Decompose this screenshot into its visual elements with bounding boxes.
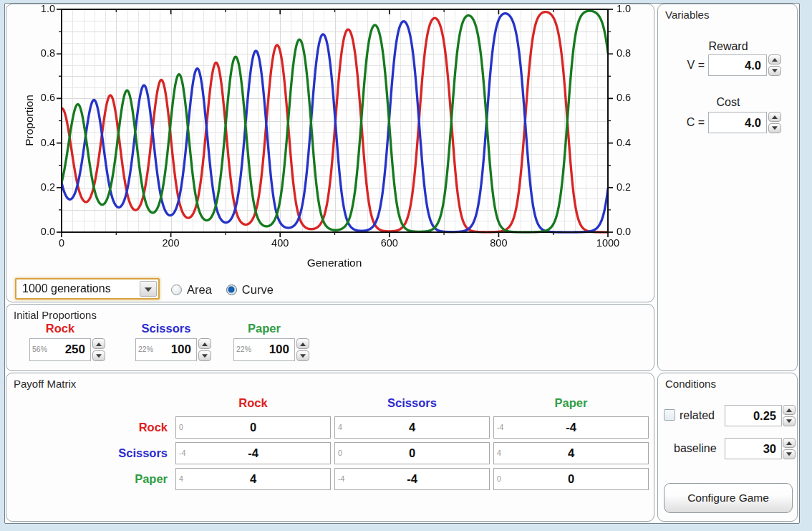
chevron-down-icon (145, 287, 152, 292)
spinner-down-icon[interactable] (768, 123, 781, 133)
payoff-hint: -4 (338, 469, 344, 489)
payoff-hint: 4 (179, 469, 183, 489)
area-radio-label: Area (187, 283, 212, 297)
rock-count-input[interactable]: 25056% (29, 338, 91, 361)
matrix-header-row: Rock Scissors Paper (6, 396, 649, 410)
axis-tick-label: 800 (473, 237, 523, 249)
axis-tick-label: 0.8 (617, 47, 648, 59)
matrix-rowlabel-scissors: Scissors (6, 442, 172, 464)
curve-radio[interactable]: Curve (226, 283, 274, 297)
payoff-cell[interactable]: 44 (334, 416, 490, 439)
payoff-cell[interactable]: 00 (493, 468, 649, 490)
axis-tick-label: 0.6 (617, 92, 648, 103)
duration-select[interactable]: 1000 generations (15, 278, 160, 300)
radio-icon[interactable] (171, 284, 182, 295)
payoff-cell[interactable]: -4-4 (334, 468, 490, 490)
spinner-up-icon[interactable] (296, 338, 309, 349)
reward-input[interactable]: 4.0 (708, 54, 767, 76)
matrix-row-rock: Rock 00 44 -4-4 (6, 416, 649, 439)
view-mode-radio-group: Area Curve (171, 282, 274, 297)
spinner-up-icon[interactable] (783, 405, 796, 415)
axis-tick-label: 1000 (583, 237, 633, 249)
app-root: { "chart_data": { "type": "line", "title… (0, 0, 812, 531)
variables-panel: Variables Reward V = 4.0 Cost C = 4.0 (657, 4, 798, 371)
payoff-cell[interactable]: 00 (334, 442, 490, 464)
reward-spinner (768, 54, 781, 76)
payoff-hint: 0 (179, 417, 183, 438)
spinner-up-icon[interactable] (768, 112, 781, 122)
paper-count-input[interactable]: 10022% (233, 338, 295, 361)
matrix-rowlabel-rock: Rock (6, 416, 172, 439)
paper-percent-label: 22% (236, 338, 251, 360)
matrix-row-paper: Paper 44 -4-4 00 (6, 468, 649, 490)
reward-row: V = 4.0 (662, 54, 781, 76)
payoff-hint: -4 (497, 417, 503, 438)
related-value-input[interactable]: 0.25 (725, 405, 782, 426)
axis-tick-label: 0.8 (11, 47, 55, 59)
matrix-col-scissors: Scissors (334, 396, 490, 410)
payoff-cell[interactable]: 44 (175, 468, 331, 490)
payoff-cell[interactable]: -4-4 (493, 416, 649, 439)
spinner-down-icon[interactable] (783, 416, 796, 426)
spinner-up-icon[interactable] (783, 438, 796, 448)
baseline-label: baseline (674, 442, 717, 455)
duration-select-value: 1000 generations (22, 282, 111, 295)
axis-tick-label: 0.0 (617, 226, 648, 237)
radio-icon[interactable] (226, 284, 237, 295)
payoff-hint: 0 (338, 443, 342, 464)
spinner-down-icon[interactable] (783, 449, 796, 459)
scissors-label: Scissors (135, 322, 197, 335)
axis-tick-label: 0.0 (11, 226, 55, 237)
payoff-matrix-title: Payoff Matrix (14, 378, 76, 390)
area-radio[interactable]: Area (171, 283, 212, 297)
axis-tick-label: 0.2 (11, 181, 55, 193)
matrix-row-scissors: Scissors -4-4 00 44 (6, 442, 649, 464)
paper-label: Paper (233, 322, 295, 335)
scissors-percent-label: 22% (138, 338, 153, 360)
configure-game-button[interactable]: Configure Game (664, 483, 793, 513)
scissors-proportion-group: Scissors 10022% (135, 322, 211, 361)
related-spinner (783, 405, 796, 426)
axis-tick-label: 1.0 (617, 3, 648, 14)
variables-title: Variables (665, 9, 709, 21)
payoff-matrix-panel: Payoff Matrix Rock Scissors Paper Rock 0… (6, 373, 654, 522)
spinner-up-icon[interactable] (768, 54, 781, 64)
initial-proportions-title: Initial Proportions (14, 309, 97, 321)
duration-select-arrow[interactable] (140, 281, 157, 297)
paper-spinner (296, 338, 309, 361)
axis-tick-label: 600 (364, 237, 415, 249)
payoff-cell[interactable]: -4-4 (175, 442, 331, 464)
cost-input[interactable]: 4.0 (708, 112, 767, 133)
baseline-spinner (783, 438, 796, 459)
spinner-down-icon[interactable] (296, 350, 309, 361)
payoff-cell[interactable]: 00 (175, 416, 331, 439)
proportion-chart (6, 4, 655, 277)
axis-tick-label: 0.4 (617, 137, 648, 148)
payoff-cell[interactable]: 44 (493, 442, 649, 464)
paper-proportion-group: Paper 10022% (233, 322, 309, 361)
curve-radio-label: Curve (242, 283, 274, 297)
scissors-count-input[interactable]: 10022% (135, 338, 197, 361)
spinner-down-icon[interactable] (198, 350, 211, 361)
payoff-hint: 4 (497, 443, 501, 464)
axis-tick-label: 1.0 (11, 3, 55, 14)
cost-spinner (768, 112, 781, 133)
related-checkbox[interactable] (664, 409, 675, 421)
spinner-up-icon[interactable] (198, 338, 211, 349)
spinner-up-icon[interactable] (92, 338, 105, 349)
matrix-rowlabel-paper: Paper (6, 468, 172, 490)
matrix-col-paper: Paper (493, 396, 649, 410)
axis-tick-label: 0.2 (617, 181, 648, 193)
axis-tick-label: 200 (146, 237, 196, 249)
cost-row: C = 4.0 (662, 112, 781, 133)
axis-tick-label: 0 (37, 237, 87, 249)
spinner-down-icon[interactable] (92, 350, 105, 361)
rock-percent-label: 56% (32, 338, 47, 360)
rock-spinner (92, 338, 105, 361)
baseline-value-input[interactable]: 30 (725, 438, 782, 459)
reward-label: Reward (678, 40, 778, 53)
payoff-hint: 0 (497, 469, 501, 489)
v-prefix-label: V = (662, 59, 708, 72)
spinner-down-icon[interactable] (768, 66, 781, 76)
y-axis-title: Proportion (23, 69, 37, 173)
